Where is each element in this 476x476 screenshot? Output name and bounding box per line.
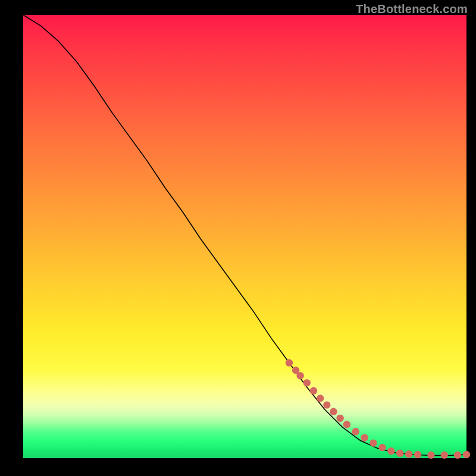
data-point	[427, 452, 434, 459]
chart-overlay	[23, 15, 466, 458]
data-point	[336, 415, 343, 422]
data-point	[330, 408, 337, 415]
data-point	[361, 434, 368, 441]
data-point	[343, 421, 350, 428]
data-point	[317, 394, 324, 402]
data-point	[396, 450, 403, 457]
data-point	[323, 401, 330, 408]
data-point	[369, 439, 377, 446]
data-point	[441, 452, 448, 459]
data-point	[463, 451, 470, 458]
data-point	[414, 451, 421, 458]
data-point	[387, 447, 394, 455]
data-point	[296, 372, 303, 379]
data-markers	[286, 359, 470, 459]
data-point	[405, 450, 412, 458]
data-point	[454, 452, 461, 459]
data-point	[310, 387, 317, 394]
data-point	[303, 379, 311, 386]
chart-stage: TheBottleneck.com	[0, 0, 476, 476]
curve-line	[23, 15, 466, 456]
data-point	[352, 428, 359, 435]
data-point	[286, 359, 293, 367]
data-point	[378, 444, 386, 451]
watermark-text: TheBottleneck.com	[356, 2, 468, 16]
